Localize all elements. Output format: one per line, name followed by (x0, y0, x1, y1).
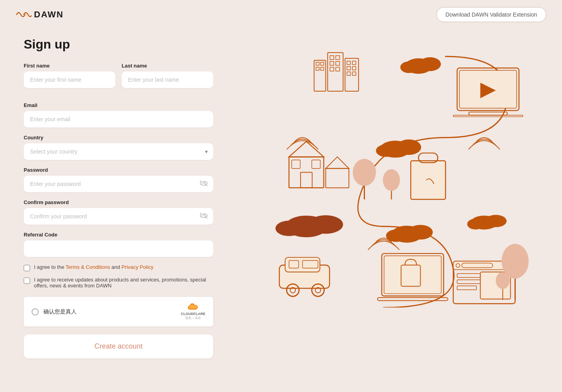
last-name-group: Last name (122, 63, 213, 88)
svg-rect-9 (336, 62, 340, 66)
svg-rect-14 (352, 61, 356, 65)
last-name-label: Last name (122, 63, 213, 69)
email-label: Email (24, 102, 213, 108)
svg-rect-6 (330, 56, 334, 60)
password-label: Password (24, 167, 213, 173)
first-name-input[interactable] (24, 71, 115, 88)
privacy-link[interactable]: Privacy Policy (122, 264, 154, 270)
svg-point-49 (408, 225, 433, 240)
country-select[interactable]: Select your country United States China … (24, 143, 213, 160)
svg-rect-32 (326, 169, 349, 188)
svg-rect-25 (469, 112, 507, 115)
captcha-text: 确认您是真人 (43, 308, 77, 315)
svg-rect-8 (330, 62, 334, 66)
terms-label[interactable]: I agree to the Terms & Conditions and Pr… (34, 264, 154, 270)
captcha-radio (32, 308, 39, 315)
svg-rect-30 (292, 160, 301, 169)
svg-rect-57 (289, 261, 299, 268)
svg-rect-29 (301, 173, 312, 188)
last-name-input[interactable] (122, 71, 213, 88)
confirm-password-group: Confirm password (24, 199, 213, 225)
svg-rect-60 (384, 256, 441, 294)
svg-rect-2 (321, 62, 324, 66)
svg-point-37 (353, 159, 376, 186)
download-extension-button[interactable]: Download DAWN Validator Extension (436, 7, 546, 22)
svg-rect-58 (303, 261, 318, 268)
referral-code-label: Referral Code (24, 232, 213, 238)
svg-rect-3 (316, 67, 319, 70)
cloudflare-sub-text: 隐私 • 条款 (185, 316, 201, 320)
svg-rect-67 (457, 274, 480, 278)
svg-point-46 (308, 215, 343, 234)
cloudflare-captcha[interactable]: 确认您是真人 CLOUDFLARE 隐私 • 条款 (24, 297, 213, 326)
svg-rect-15 (347, 66, 351, 70)
svg-rect-18 (352, 72, 356, 75)
svg-point-76 (485, 215, 507, 227)
terms-checkbox[interactable] (24, 265, 30, 271)
referral-code-input[interactable] (24, 240, 213, 257)
signup-form: Sign up First name Last name Email Count… (24, 37, 213, 358)
referral-code-group: Referral Code (24, 232, 213, 257)
password-input[interactable] (24, 176, 213, 192)
password-wrapper (24, 176, 213, 192)
name-row: First name Last name (24, 63, 213, 95)
logo-icon (16, 10, 32, 19)
updates-checkbox[interactable] (24, 278, 30, 284)
svg-point-35 (397, 139, 421, 155)
svg-rect-7 (336, 56, 340, 60)
svg-rect-1 (316, 62, 319, 66)
eye-hide-confirm-icon[interactable] (200, 213, 208, 220)
svg-point-20 (419, 57, 441, 71)
cloudflare-icon (185, 303, 201, 312)
country-label: Country (24, 135, 213, 141)
svg-point-47 (275, 221, 303, 236)
cloudflare-brand-text: CLOUDFLARE (181, 312, 205, 316)
main-content: Sign up First name Last name Email Count… (0, 29, 562, 374)
password-group: Password (24, 167, 213, 192)
illustration (229, 37, 538, 358)
logo: DAWN (16, 9, 64, 20)
svg-rect-13 (347, 61, 351, 65)
header: DAWN Download DAWN Validator Extension (0, 0, 562, 29)
svg-rect-69 (457, 286, 476, 290)
email-group: Email (24, 102, 213, 128)
svg-rect-17 (347, 72, 351, 75)
cloudflare-left: 确认您是真人 (32, 308, 77, 315)
create-account-button[interactable]: Create account (24, 334, 213, 358)
svg-rect-41 (411, 161, 445, 199)
confirm-password-label: Confirm password (24, 199, 213, 205)
country-group: Country Select your country United State… (24, 135, 213, 160)
svg-point-39 (383, 169, 400, 191)
first-name-label: First name (24, 63, 115, 69)
first-name-group: First name (24, 63, 115, 88)
svg-marker-28 (289, 141, 324, 157)
terms-agree-group: I agree to the Terms & Conditions and Pr… (24, 264, 213, 273)
logo-text: DAWN (34, 9, 64, 20)
svg-rect-16 (352, 66, 356, 70)
confirm-password-input[interactable] (24, 208, 213, 225)
updates-label[interactable]: I agree to receive updates about product… (34, 277, 213, 289)
svg-point-77 (467, 219, 484, 229)
terms-link[interactable]: Terms & Conditions (66, 264, 110, 270)
svg-rect-31 (312, 160, 320, 169)
svg-rect-11 (336, 67, 340, 71)
updates-agree-group: I agree to receive updates about product… (24, 277, 213, 291)
svg-rect-26 (453, 115, 523, 117)
cloudflare-logo: CLOUDFLARE 隐私 • 条款 (181, 303, 205, 320)
email-input[interactable] (24, 111, 213, 128)
svg-point-73 (496, 272, 509, 289)
illustration-svg (229, 37, 538, 308)
confirm-password-wrapper (24, 208, 213, 225)
svg-point-36 (376, 144, 395, 157)
svg-point-21 (400, 62, 417, 73)
country-select-wrapper: Select your country United States China … (24, 143, 213, 160)
page-title: Sign up (24, 37, 213, 52)
svg-rect-10 (330, 67, 334, 71)
svg-marker-33 (326, 157, 349, 168)
svg-rect-4 (321, 67, 324, 70)
eye-hide-icon[interactable] (200, 180, 208, 188)
